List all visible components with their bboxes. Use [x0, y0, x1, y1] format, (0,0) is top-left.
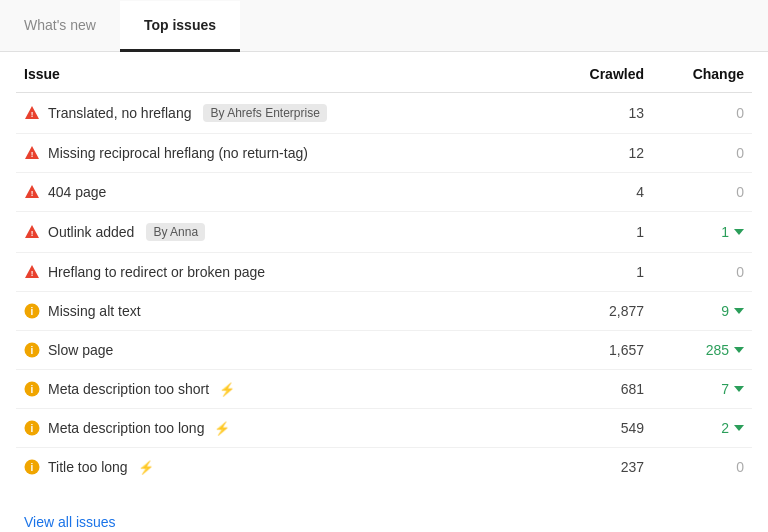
- svg-text:i: i: [31, 306, 34, 317]
- flash-icon: ⚡: [138, 460, 154, 475]
- issue-badge: By Anna: [146, 223, 205, 241]
- table-row: i Slow page1,657285: [16, 331, 752, 370]
- change-value: 9: [652, 292, 752, 331]
- issue-cell: ! Translated, no hreflangBy Ahrefs Enter…: [16, 93, 552, 134]
- issue-cell: ! Hreflang to redirect or broken page: [16, 253, 552, 292]
- issue-text: Meta description too long: [48, 420, 204, 436]
- arrow-down-icon: [734, 308, 744, 314]
- change-positive: 2: [721, 420, 744, 436]
- issue-text: Translated, no hreflang: [48, 105, 191, 121]
- column-issue: Issue: [16, 52, 552, 93]
- tab-top-issues[interactable]: Top issues: [120, 1, 240, 52]
- crawled-value: 681: [552, 370, 652, 409]
- issue-text: Title too long: [48, 459, 128, 475]
- error-icon: !: [24, 184, 40, 200]
- change-positive: 7: [721, 381, 744, 397]
- crawled-value: 1: [552, 212, 652, 253]
- arrow-down-icon: [734, 229, 744, 235]
- crawled-value: 1,657: [552, 331, 652, 370]
- issue-text: 404 page: [48, 184, 106, 200]
- change-value: 0: [652, 173, 752, 212]
- crawled-value: 237: [552, 448, 652, 487]
- tab-bar: What's new Top issues: [0, 0, 768, 52]
- error-icon: !: [24, 105, 40, 121]
- table-header-row: Issue Crawled Change: [16, 52, 752, 93]
- table-row: ! Outlink addedBy Anna11: [16, 212, 752, 253]
- svg-text:i: i: [31, 462, 34, 473]
- table-row: ! Missing reciprocal hreflang (no return…: [16, 134, 752, 173]
- table-row: i Meta description too short⚡6817: [16, 370, 752, 409]
- svg-text:i: i: [31, 384, 34, 395]
- svg-text:!: !: [31, 150, 34, 159]
- warning-icon: i: [24, 459, 40, 475]
- issue-cell: i Title too long⚡: [16, 448, 552, 487]
- flash-icon: ⚡: [219, 382, 235, 397]
- change-zero: 0: [736, 184, 744, 200]
- table-row: i Meta description too long⚡5492: [16, 409, 752, 448]
- change-zero: 0: [736, 145, 744, 161]
- change-zero: 0: [736, 105, 744, 121]
- change-value: 1: [652, 212, 752, 253]
- table-row: i Title too long⚡2370: [16, 448, 752, 487]
- flash-icon: ⚡: [214, 421, 230, 436]
- change-value: 0: [652, 134, 752, 173]
- issue-cell: ! 404 page: [16, 173, 552, 212]
- change-positive: 9: [721, 303, 744, 319]
- issue-text: Hreflang to redirect or broken page: [48, 264, 265, 280]
- table-row: ! Translated, no hreflangBy Ahrefs Enter…: [16, 93, 752, 134]
- column-crawled: Crawled: [552, 52, 652, 93]
- svg-text:!: !: [31, 229, 34, 238]
- tab-whats-new[interactable]: What's new: [0, 1, 120, 52]
- svg-text:!: !: [31, 189, 34, 198]
- arrow-down-icon: [734, 425, 744, 431]
- crawled-value: 1: [552, 253, 652, 292]
- change-zero: 0: [736, 264, 744, 280]
- error-icon: !: [24, 264, 40, 280]
- change-positive: 285: [706, 342, 744, 358]
- crawled-value: 12: [552, 134, 652, 173]
- crawled-value: 2,877: [552, 292, 652, 331]
- change-value: 2: [652, 409, 752, 448]
- change-positive: 1: [721, 224, 744, 240]
- table-row: ! 404 page40: [16, 173, 752, 212]
- change-value: 285: [652, 331, 752, 370]
- crawled-value: 13: [552, 93, 652, 134]
- crawled-value: 4: [552, 173, 652, 212]
- error-icon: !: [24, 224, 40, 240]
- arrow-down-icon: [734, 347, 744, 353]
- column-change: Change: [652, 52, 752, 93]
- issues-table: Issue Crawled Change ! Translated, no hr…: [16, 52, 752, 486]
- table-row: ! Hreflang to redirect or broken page10: [16, 253, 752, 292]
- issue-text: Missing alt text: [48, 303, 141, 319]
- issue-cell: ! Outlink addedBy Anna: [16, 212, 552, 253]
- svg-text:!: !: [31, 269, 34, 278]
- crawled-value: 549: [552, 409, 652, 448]
- svg-text:!: !: [31, 110, 34, 119]
- change-zero: 0: [736, 459, 744, 475]
- table-row: i Missing alt text2,8779: [16, 292, 752, 331]
- issue-badge: By Ahrefs Enterprise: [203, 104, 326, 122]
- change-value: 0: [652, 253, 752, 292]
- issue-cell: i Meta description too short⚡: [16, 370, 552, 409]
- issue-cell: i Meta description too long⚡: [16, 409, 552, 448]
- svg-text:i: i: [31, 345, 34, 356]
- warning-icon: i: [24, 303, 40, 319]
- issue-cell: i Slow page: [16, 331, 552, 370]
- change-value: 0: [652, 93, 752, 134]
- warning-icon: i: [24, 381, 40, 397]
- warning-icon: i: [24, 420, 40, 436]
- table-footer: View all issues: [0, 502, 768, 532]
- issue-cell: ! Missing reciprocal hreflang (no return…: [16, 134, 552, 173]
- issue-text: Meta description too short: [48, 381, 209, 397]
- view-all-issues-link[interactable]: View all issues: [24, 514, 116, 530]
- change-value: 0: [652, 448, 752, 487]
- issues-table-container: Issue Crawled Change ! Translated, no hr…: [0, 52, 768, 502]
- error-icon: !: [24, 145, 40, 161]
- issue-text: Outlink added: [48, 224, 134, 240]
- issue-cell: i Missing alt text: [16, 292, 552, 331]
- issue-text: Missing reciprocal hreflang (no return-t…: [48, 145, 308, 161]
- svg-text:i: i: [31, 423, 34, 434]
- warning-icon: i: [24, 342, 40, 358]
- issue-text: Slow page: [48, 342, 113, 358]
- change-value: 7: [652, 370, 752, 409]
